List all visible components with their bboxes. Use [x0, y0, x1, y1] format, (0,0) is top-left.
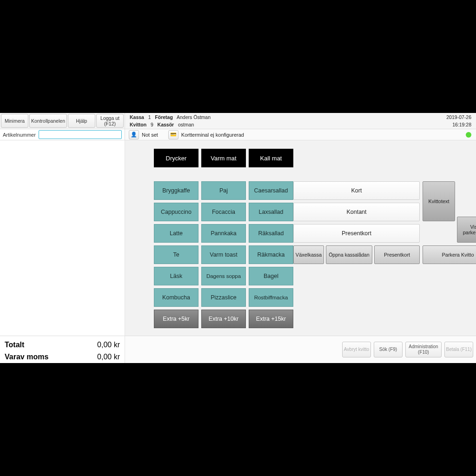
pos-window: Minimera Kontrollpanelen Hjälp Logga ut …: [0, 113, 476, 363]
kvittotext-button[interactable]: Kvittotext: [423, 181, 455, 221]
totals-panel: Totalt0,00 kr Varav moms0,00 kr: [0, 336, 125, 363]
product-button[interactable]: Räksallad: [249, 224, 293, 243]
sku-label: Artikelnummer: [3, 132, 36, 138]
avbryt-kvitto-button[interactable]: Avbryt kvitto: [342, 342, 371, 357]
pay-kort-button[interactable]: Kort: [293, 181, 420, 200]
product-button[interactable]: Räkmacka: [249, 245, 293, 264]
sku-area: Artikelnummer: [0, 129, 125, 140]
presentkort-small-button[interactable]: Presentkort: [374, 245, 420, 264]
visa-parkerad-button[interactable]: Visa parkerad...: [457, 217, 476, 243]
oppna-kassaladan-button[interactable]: Öppna kassalådan: [326, 245, 372, 264]
extra-button[interactable]: Extra +5kr: [154, 310, 198, 328]
administration-button[interactable]: Administration (F10): [405, 342, 442, 357]
moms-value: 0,00 kr: [97, 351, 120, 363]
parkera-kvitto-button[interactable]: Parkera Kvitto: [423, 245, 476, 264]
lower-flex: Bryggkaffe Paj Caesarsallad Cappuccino F…: [125, 181, 476, 328]
logout-button[interactable]: Logga ut (F12): [96, 114, 124, 128]
help-button[interactable]: Hjälp: [68, 114, 95, 128]
terminal-icon[interactable]: 💳: [168, 130, 178, 139]
header-datetime: 2019-07-26 16:19:28: [446, 114, 471, 129]
top-row: Minimera Kontrollpanelen Hjälp Logga ut …: [0, 113, 476, 129]
product-button[interactable]: Dagens soppa: [201, 267, 246, 285]
main-area: Drycker Varm mat Kall mat Bryggkaffe Paj…: [0, 140, 476, 336]
kassor-label: Kassör: [158, 122, 174, 127]
product-button[interactable]: Latte: [154, 224, 198, 243]
second-row: Artikelnummer 👤 Not set 💳 Kortterminal e…: [0, 129, 476, 140]
kvitton-label: Kvitton: [130, 122, 146, 127]
kassa-label: Kassa: [130, 114, 144, 120]
product-button[interactable]: Pizzaslice: [201, 288, 246, 307]
product-button[interactable]: Kombucha: [154, 288, 198, 307]
product-button[interactable]: Rostbiffmacka: [249, 288, 293, 307]
kassor-value: ostman: [178, 122, 194, 127]
category-tabs: Drycker Varm mat Kall mat: [154, 149, 476, 167]
category-tab[interactable]: Kall mat: [249, 149, 293, 167]
pay-kontant-button[interactable]: Kontant: [293, 203, 420, 221]
control-panel-button[interactable]: Kontrollpanelen: [29, 114, 67, 128]
profile-icon[interactable]: 👤: [129, 130, 139, 139]
header-date: 2019-07-26: [446, 114, 471, 121]
product-button[interactable]: Pannkaka: [201, 224, 246, 243]
vaxelkassa-button[interactable]: Växelkassa: [293, 245, 324, 264]
minimize-button[interactable]: Minimera: [1, 114, 28, 128]
extra-button[interactable]: Extra +15kr: [249, 310, 293, 328]
product-button[interactable]: Paj: [201, 181, 246, 200]
totalt-value: 0,00 kr: [97, 339, 120, 351]
category-tab[interactable]: Varm mat: [201, 149, 246, 167]
product-button[interactable]: Laxsallad: [249, 203, 293, 221]
status-indicator-icon: [466, 132, 471, 138]
product-button[interactable]: Varm toast: [201, 245, 246, 264]
status-not-set: Not set: [142, 132, 158, 138]
status-area: 👤 Not set 💳 Kortterminal ej konfigurerad: [125, 129, 476, 140]
foretag-value: Anders Östman: [177, 114, 211, 120]
kassa-value: 1: [148, 114, 151, 120]
receipt-panel: [0, 140, 125, 336]
header-time: 16:19:28: [446, 121, 471, 129]
foretag-label: Företag: [155, 114, 173, 120]
product-button[interactable]: Bryggkaffe: [154, 181, 198, 200]
totalt-label: Totalt: [5, 339, 24, 351]
product-panel: Drycker Varm mat Kall mat Bryggkaffe Paj…: [125, 140, 476, 336]
kvitton-value: 9: [151, 122, 153, 127]
product-button[interactable]: Focaccia: [201, 203, 246, 221]
product-button[interactable]: Cappuccino: [154, 203, 198, 221]
footer-buttons: Avbryt kvitto Sök (F9) Administration (F…: [125, 336, 476, 363]
extra-button[interactable]: Extra +10kr: [201, 310, 246, 328]
product-button[interactable]: Bagel: [249, 267, 293, 285]
product-button[interactable]: Caesarsallad: [249, 181, 293, 200]
category-tab[interactable]: Drycker: [154, 149, 198, 167]
product-button[interactable]: Läsk: [154, 267, 198, 285]
product-grid: Bryggkaffe Paj Caesarsallad Cappuccino F…: [154, 181, 293, 328]
header-info: Kassa 1 Företag Anders Östman Kvitton 9 …: [125, 113, 476, 129]
pay-presentkort-button[interactable]: Presentkort: [293, 224, 420, 243]
sok-button[interactable]: Sök (F9): [374, 342, 403, 357]
header-info-block: Kassa 1 Företag Anders Östman Kvitton 9 …: [125, 113, 215, 129]
sku-input[interactable]: [39, 130, 122, 139]
product-grid-area: Bryggkaffe Paj Caesarsallad Cappuccino F…: [154, 181, 293, 328]
status-terminal: Kortterminal ej konfigurerad: [181, 132, 244, 138]
payment-panel: Kort Kontant Presentkort Kvittotext Visa…: [293, 181, 473, 269]
betala-button[interactable]: Betala (F11): [444, 342, 473, 357]
product-button[interactable]: Te: [154, 245, 198, 264]
toolbar-left: Minimera Kontrollpanelen Hjälp Logga ut …: [0, 113, 125, 129]
moms-label: Varav moms: [5, 351, 48, 363]
